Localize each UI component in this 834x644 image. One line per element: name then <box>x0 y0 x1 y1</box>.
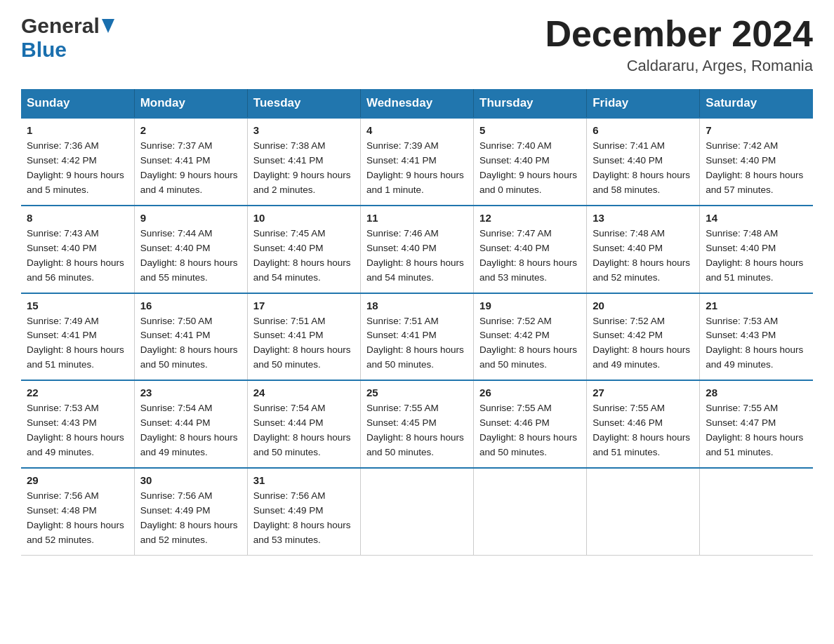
calendar-table: Sunday Monday Tuesday Wednesday Thursday… <box>21 89 813 555</box>
day-info: Sunrise: 7:39 AMSunset: 4:41 PMDaylight:… <box>366 139 468 198</box>
logo-blue-text: Blue <box>21 38 67 61</box>
day-number: 9 <box>140 212 241 224</box>
day-number: 21 <box>706 300 807 311</box>
calendar-cell: 10Sunrise: 7:45 AMSunset: 4:40 PMDayligh… <box>247 206 360 293</box>
logo-general-text: General <box>21 14 100 38</box>
title-block: December 2024 Caldararu, Arges, Romania <box>545 14 813 75</box>
calendar-cell: 21Sunrise: 7:53 AMSunset: 4:43 PMDayligh… <box>700 293 813 381</box>
day-number: 20 <box>593 300 694 311</box>
calendar-cell: 29Sunrise: 7:56 AMSunset: 4:48 PMDayligh… <box>21 468 134 555</box>
header-tuesday: Tuesday <box>247 89 360 118</box>
calendar-cell: 28Sunrise: 7:55 AMSunset: 4:47 PMDayligh… <box>700 380 813 468</box>
day-number: 18 <box>366 300 468 311</box>
day-info: Sunrise: 7:55 AMSunset: 4:47 PMDaylight:… <box>706 401 807 460</box>
day-info: Sunrise: 7:50 AMSunset: 4:41 PMDaylight:… <box>140 314 241 373</box>
day-info: Sunrise: 7:55 AMSunset: 4:46 PMDaylight:… <box>479 401 581 460</box>
day-number: 16 <box>140 300 241 311</box>
header-thursday: Thursday <box>474 89 587 118</box>
day-number: 29 <box>27 474 128 486</box>
calendar-cell: 25Sunrise: 7:55 AMSunset: 4:45 PMDayligh… <box>360 380 473 468</box>
day-info: Sunrise: 7:52 AMSunset: 4:42 PMDaylight:… <box>479 314 581 373</box>
logo-triangle-icon <box>102 19 114 36</box>
day-number: 6 <box>593 124 694 136</box>
calendar-title: December 2024 <box>545 14 813 54</box>
header-monday: Monday <box>134 89 247 118</box>
calendar-cell: 18Sunrise: 7:51 AMSunset: 4:41 PMDayligh… <box>360 293 473 381</box>
day-number: 14 <box>706 212 807 224</box>
day-info: Sunrise: 7:49 AMSunset: 4:41 PMDaylight:… <box>27 314 128 373</box>
calendar-cell: 22Sunrise: 7:53 AMSunset: 4:43 PMDayligh… <box>21 380 134 468</box>
day-info: Sunrise: 7:53 AMSunset: 4:43 PMDaylight:… <box>706 314 807 373</box>
calendar-cell: 15Sunrise: 7:49 AMSunset: 4:41 PMDayligh… <box>21 293 134 381</box>
day-info: Sunrise: 7:51 AMSunset: 4:41 PMDaylight:… <box>253 314 355 373</box>
day-info: Sunrise: 7:41 AMSunset: 4:40 PMDaylight:… <box>593 139 694 198</box>
header-sunday: Sunday <box>21 89 134 118</box>
day-info: Sunrise: 7:55 AMSunset: 4:45 PMDaylight:… <box>366 401 468 460</box>
day-info: Sunrise: 7:54 AMSunset: 4:44 PMDaylight:… <box>140 401 241 460</box>
day-info: Sunrise: 7:43 AMSunset: 4:40 PMDaylight:… <box>27 227 128 286</box>
day-number: 19 <box>479 300 581 311</box>
day-number: 31 <box>253 474 355 486</box>
day-info: Sunrise: 7:56 AMSunset: 4:49 PMDaylight:… <box>140 489 241 548</box>
day-number: 30 <box>140 474 241 486</box>
calendar-cell: 7Sunrise: 7:42 AMSunset: 4:40 PMDaylight… <box>700 118 813 206</box>
day-info: Sunrise: 7:56 AMSunset: 4:48 PMDaylight:… <box>27 489 128 548</box>
day-number: 7 <box>706 124 807 136</box>
calendar-cell <box>360 468 473 555</box>
calendar-cell: 1Sunrise: 7:36 AMSunset: 4:42 PMDaylight… <box>21 118 134 206</box>
day-info: Sunrise: 7:48 AMSunset: 4:40 PMDaylight:… <box>706 227 807 286</box>
calendar-cell: 4Sunrise: 7:39 AMSunset: 4:41 PMDaylight… <box>360 118 473 206</box>
calendar-cell: 2Sunrise: 7:37 AMSunset: 4:41 PMDaylight… <box>134 118 247 206</box>
logo: General Blue <box>21 14 114 62</box>
day-number: 13 <box>593 212 694 224</box>
header-wednesday: Wednesday <box>360 89 473 118</box>
day-number: 4 <box>366 124 468 136</box>
day-number: 1 <box>27 124 128 136</box>
calendar-cell: 13Sunrise: 7:48 AMSunset: 4:40 PMDayligh… <box>587 206 700 293</box>
calendar-cell: 5Sunrise: 7:40 AMSunset: 4:40 PMDaylight… <box>474 118 587 206</box>
day-info: Sunrise: 7:46 AMSunset: 4:40 PMDaylight:… <box>366 227 468 286</box>
calendar-cell: 19Sunrise: 7:52 AMSunset: 4:42 PMDayligh… <box>474 293 587 381</box>
calendar-cell: 20Sunrise: 7:52 AMSunset: 4:42 PMDayligh… <box>587 293 700 381</box>
day-number: 24 <box>253 387 355 398</box>
day-number: 12 <box>479 212 581 224</box>
day-number: 28 <box>706 387 807 398</box>
day-info: Sunrise: 7:37 AMSunset: 4:41 PMDaylight:… <box>140 139 241 198</box>
day-info: Sunrise: 7:51 AMSunset: 4:41 PMDaylight:… <box>366 314 468 373</box>
calendar-cell: 31Sunrise: 7:56 AMSunset: 4:49 PMDayligh… <box>247 468 360 555</box>
calendar-cell: 9Sunrise: 7:44 AMSunset: 4:40 PMDaylight… <box>134 206 247 293</box>
day-number: 11 <box>366 212 468 224</box>
day-info: Sunrise: 7:44 AMSunset: 4:40 PMDaylight:… <box>140 227 241 286</box>
day-number: 3 <box>253 124 355 136</box>
day-number: 27 <box>593 387 694 398</box>
calendar-header-row: Sunday Monday Tuesday Wednesday Thursday… <box>21 89 813 118</box>
day-info: Sunrise: 7:56 AMSunset: 4:49 PMDaylight:… <box>253 489 355 548</box>
day-info: Sunrise: 7:48 AMSunset: 4:40 PMDaylight:… <box>593 227 694 286</box>
calendar-cell: 12Sunrise: 7:47 AMSunset: 4:40 PMDayligh… <box>474 206 587 293</box>
header-friday: Friday <box>587 89 700 118</box>
day-number: 17 <box>253 300 355 311</box>
day-number: 2 <box>140 124 241 136</box>
calendar-cell: 14Sunrise: 7:48 AMSunset: 4:40 PMDayligh… <box>700 206 813 293</box>
day-number: 8 <box>27 212 128 224</box>
svg-marker-0 <box>102 19 114 33</box>
calendar-cell: 11Sunrise: 7:46 AMSunset: 4:40 PMDayligh… <box>360 206 473 293</box>
day-info: Sunrise: 7:54 AMSunset: 4:44 PMDaylight:… <box>253 401 355 460</box>
day-info: Sunrise: 7:38 AMSunset: 4:41 PMDaylight:… <box>253 139 355 198</box>
header-saturday: Saturday <box>700 89 813 118</box>
day-number: 25 <box>366 387 468 398</box>
calendar-cell: 16Sunrise: 7:50 AMSunset: 4:41 PMDayligh… <box>134 293 247 381</box>
day-number: 22 <box>27 387 128 398</box>
calendar-cell <box>700 468 813 555</box>
calendar-cell: 23Sunrise: 7:54 AMSunset: 4:44 PMDayligh… <box>134 380 247 468</box>
day-info: Sunrise: 7:53 AMSunset: 4:43 PMDaylight:… <box>27 401 128 460</box>
calendar-cell <box>474 468 587 555</box>
calendar-cell: 8Sunrise: 7:43 AMSunset: 4:40 PMDaylight… <box>21 206 134 293</box>
day-number: 15 <box>27 300 128 311</box>
day-number: 26 <box>479 387 581 398</box>
day-number: 5 <box>479 124 581 136</box>
day-info: Sunrise: 7:52 AMSunset: 4:42 PMDaylight:… <box>593 314 694 373</box>
day-info: Sunrise: 7:36 AMSunset: 4:42 PMDaylight:… <box>27 139 128 198</box>
calendar-week-1: 1Sunrise: 7:36 AMSunset: 4:42 PMDaylight… <box>21 118 813 206</box>
day-number: 10 <box>253 212 355 224</box>
